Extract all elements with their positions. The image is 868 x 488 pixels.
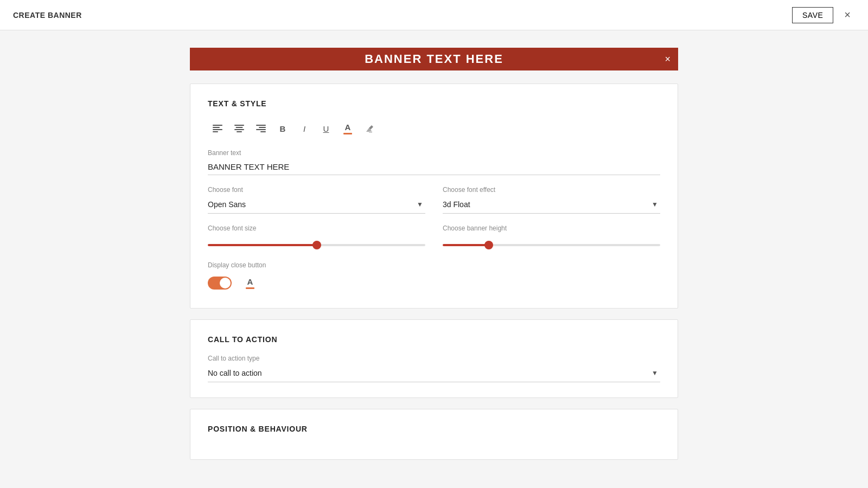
choose-font-effect-select[interactable]: 3d Float None Shadow Glow Outline bbox=[443, 196, 660, 214]
banner-text-input[interactable] bbox=[208, 159, 660, 175]
svg-rect-0 bbox=[213, 125, 222, 126]
svg-rect-11 bbox=[260, 131, 266, 132]
font-size-slider-wrapper: Choose font size bbox=[208, 224, 425, 248]
italic-button[interactable]: I bbox=[295, 119, 314, 138]
align-center-button[interactable] bbox=[229, 119, 249, 138]
font-size-label: Choose font size bbox=[208, 224, 425, 232]
font-color-toggle-button[interactable]: A bbox=[240, 273, 260, 293]
text-style-section: TEXT & STYLE bbox=[190, 84, 678, 309]
font-size-slider[interactable] bbox=[208, 244, 425, 246]
bold-button[interactable]: B bbox=[273, 119, 292, 138]
svg-rect-8 bbox=[256, 125, 266, 126]
choose-font-select[interactable]: Open Sans Arial Georgia Roboto Lato bbox=[208, 196, 425, 214]
svg-rect-10 bbox=[256, 129, 266, 130]
underline-button[interactable]: U bbox=[316, 119, 336, 138]
close-button[interactable]: × bbox=[840, 7, 855, 23]
toggle-slider bbox=[208, 277, 232, 290]
svg-rect-1 bbox=[213, 127, 220, 128]
header: CREATE BANNER SAVE × bbox=[0, 0, 868, 30]
save-button[interactable]: SAVE bbox=[792, 7, 833, 23]
formatting-toolbar: B I U A bbox=[208, 119, 660, 138]
call-to-action-section: CALL TO ACTION Call to action type No ca… bbox=[190, 319, 678, 398]
call-to-action-type-label: Call to action type bbox=[208, 355, 660, 362]
close-button-toggle[interactable] bbox=[208, 277, 232, 290]
align-right-button[interactable] bbox=[251, 119, 271, 138]
svg-rect-5 bbox=[236, 127, 243, 128]
header-actions: SAVE × bbox=[792, 7, 855, 23]
sliders-row: Choose font size Choose banner height bbox=[208, 224, 660, 251]
banner-height-label: Choose banner height bbox=[443, 224, 660, 232]
font-row: Choose font Open Sans Arial Georgia Robo… bbox=[208, 186, 660, 214]
position-behaviour-title: POSITION & BEHAVIOUR bbox=[208, 425, 660, 433]
call-to-action-title: CALL TO ACTION bbox=[208, 335, 660, 344]
svg-rect-3 bbox=[213, 131, 218, 132]
highlight-icon bbox=[365, 124, 374, 133]
svg-rect-7 bbox=[237, 131, 242, 132]
align-left-icon bbox=[213, 125, 222, 132]
banner-height-slider[interactable] bbox=[443, 244, 660, 246]
align-right-icon bbox=[256, 125, 266, 132]
display-close-button-group: Display close button A bbox=[208, 261, 660, 293]
choose-font-wrapper: Choose font Open Sans Arial Georgia Robo… bbox=[208, 186, 425, 214]
svg-rect-12 bbox=[369, 131, 372, 133]
svg-rect-4 bbox=[234, 125, 244, 126]
display-close-button-label: Display close button bbox=[208, 261, 660, 269]
svg-rect-6 bbox=[234, 129, 244, 130]
align-center-icon bbox=[234, 125, 244, 132]
position-behaviour-section: POSITION & BEHAVIOUR bbox=[190, 409, 678, 460]
font-color-icon: A bbox=[343, 123, 352, 134]
choose-font-effect-label: Choose font effect bbox=[443, 186, 660, 194]
page-title: CREATE BANNER bbox=[13, 11, 82, 20]
banner-preview-text: BANNER TEXT HERE bbox=[365, 52, 503, 66]
banner-preview: BANNER TEXT HERE × bbox=[190, 48, 678, 70]
choose-font-label: Choose font bbox=[208, 186, 425, 194]
highlight-color-button[interactable] bbox=[360, 119, 379, 138]
banner-text-field-group: Banner text bbox=[208, 149, 660, 175]
call-to-action-type-wrapper: Call to action type No call to action Bu… bbox=[208, 355, 660, 382]
call-to-action-type-select[interactable]: No call to action Button Link Image bbox=[208, 364, 660, 382]
font-color-toggle-icon: A bbox=[246, 277, 254, 289]
align-left-button[interactable] bbox=[208, 119, 227, 138]
choose-font-effect-wrapper: Choose font effect 3d Float None Shadow … bbox=[443, 186, 660, 214]
banner-height-slider-wrapper: Choose banner height bbox=[443, 224, 660, 248]
toggle-row: A bbox=[208, 273, 660, 293]
banner-preview-close-button[interactable]: × bbox=[665, 54, 671, 65]
font-color-button[interactable]: A bbox=[338, 119, 358, 138]
svg-rect-9 bbox=[259, 127, 266, 128]
banner-text-label: Banner text bbox=[208, 149, 660, 157]
svg-rect-2 bbox=[213, 129, 222, 130]
main-content: BANNER TEXT HERE × TEXT & STYLE bbox=[0, 30, 868, 488]
text-style-title: TEXT & STYLE bbox=[208, 99, 660, 108]
